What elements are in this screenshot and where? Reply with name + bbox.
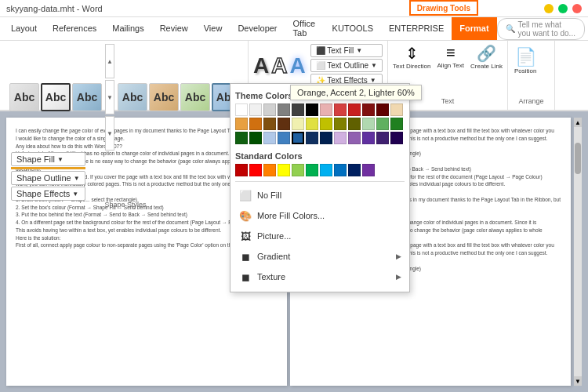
maximize-button[interactable] <box>558 4 568 13</box>
text-btn-row: ⇕ Text Direction ≡ Align Text 🔗 Create L… <box>393 44 503 70</box>
close-button[interactable] <box>572 4 582 13</box>
shape-scroll-up[interactable]: ▲ <box>105 44 114 78</box>
shape-style-buttons: Abc Abc Abc ▲ ▼ ▼ Abc Abc Abc Abc <box>9 44 241 151</box>
create-link-btn[interactable]: 🔗 Create Link <box>470 44 503 70</box>
text-outline-button[interactable]: ⬜ Text Outline ▼ <box>310 59 383 72</box>
shape-style-1[interactable]: Abc <box>9 83 39 111</box>
theme-color-swatch[interactable] <box>292 103 304 116</box>
standard-color-swatch[interactable] <box>235 164 248 176</box>
theme-color-swatch[interactable] <box>390 132 403 144</box>
standard-color-swatch[interactable] <box>263 164 276 176</box>
theme-color-swatch[interactable] <box>278 103 290 116</box>
dropdown-item-picture[interactable]: 🖼Picture... <box>235 226 405 246</box>
theme-color-swatch[interactable] <box>376 118 389 130</box>
shape-style-5[interactable]: Abc <box>149 83 179 111</box>
theme-color-swatch[interactable] <box>263 103 276 116</box>
dropdown-item-texture[interactable]: ◼Texture▶ <box>235 267 405 287</box>
text-fill-button[interactable]: ⬛ Text Fill ▼ <box>310 44 383 57</box>
theme-color-swatch[interactable] <box>348 132 361 144</box>
align-text-label: Align Text <box>437 62 465 69</box>
standard-color-swatch[interactable] <box>249 164 262 176</box>
tab-officetab[interactable]: Office Tab <box>285 17 325 40</box>
shape-expand[interactable]: ▼ <box>105 116 114 151</box>
shape-outline-arrow: ▼ <box>74 175 80 182</box>
dropdown-items: ⬜No Fill🎨More Fill Colors...🖼Picture...◼… <box>235 185 405 287</box>
shape-fill-button[interactable]: Shape Fill ▼ <box>11 152 85 166</box>
theme-color-swatch[interactable] <box>376 103 389 116</box>
text-direction-btn[interactable]: ⇕ Text Direction <box>393 44 430 70</box>
standard-color-swatch[interactable] <box>292 164 304 176</box>
wordart-a-glow[interactable]: A <box>289 53 305 78</box>
theme-color-swatch[interactable] <box>334 118 347 130</box>
shape-style-3[interactable]: Abc <box>72 83 102 111</box>
align-text-btn[interactable]: ≡ Align Text <box>437 44 465 70</box>
tell-me-input[interactable]: Tell me what you want to do... <box>518 20 576 38</box>
tab-view[interactable]: View <box>196 17 230 40</box>
theme-color-swatch[interactable] <box>334 132 347 144</box>
theme-color-swatch[interactable] <box>306 103 318 116</box>
tab-layout[interactable]: Layout <box>3 17 45 40</box>
window-title: skyyang-data.mht - Word <box>6 4 103 13</box>
theme-color-swatch[interactable] <box>249 103 262 116</box>
theme-color-swatch[interactable] <box>235 118 248 130</box>
theme-color-swatch[interactable] <box>362 132 375 144</box>
theme-color-swatch[interactable] <box>306 118 318 130</box>
wordart-a-shadow[interactable]: A <box>253 53 269 78</box>
shape-effects-button[interactable]: Shape Effects ▼ <box>11 187 85 201</box>
standard-color-swatch[interactable] <box>348 164 361 176</box>
more-fill-icon: 🎨 <box>238 209 252 223</box>
scrollbar[interactable]: ▲ ▼ <box>574 118 582 386</box>
theme-color-swatch[interactable] <box>235 103 248 116</box>
standard-color-swatch[interactable] <box>306 164 318 176</box>
theme-color-swatch[interactable] <box>263 132 276 144</box>
position-btn[interactable]: 📄 Position <box>514 47 536 74</box>
standard-color-swatch[interactable] <box>320 164 332 176</box>
theme-color-swatch[interactable] <box>390 118 403 130</box>
tab-references[interactable]: References <box>45 17 104 40</box>
theme-color-swatch[interactable] <box>320 118 332 130</box>
theme-color-swatch[interactable] <box>320 132 332 144</box>
theme-color-swatch[interactable] <box>249 132 262 144</box>
tab-developer[interactable]: Developer <box>230 17 285 40</box>
tab-enterprise[interactable]: ENTERPRISE <box>381 17 452 40</box>
tab-kutools[interactable]: KUTOOLS <box>325 17 381 40</box>
theme-color-swatch[interactable] <box>390 103 403 116</box>
dropdown-item-gradient[interactable]: ◼Gradient▶ <box>235 246 405 267</box>
scrollbar-thumb[interactable] <box>575 143 581 174</box>
shape-style-6[interactable]: Abc <box>180 83 210 111</box>
dropdown-item-more-fill[interactable]: 🎨More Fill Colors... <box>235 205 405 226</box>
texture-label: Texture <box>257 272 285 281</box>
theme-color-swatch[interactable] <box>362 118 375 130</box>
shape-style-4[interactable]: Abc <box>118 83 147 111</box>
tab-format[interactable]: Format <box>452 17 496 40</box>
theme-color-swatch[interactable] <box>306 132 318 144</box>
standard-color-swatch[interactable] <box>362 164 375 176</box>
theme-color-swatch[interactable] <box>348 118 361 130</box>
tab-mailings[interactable]: Mailings <box>104 17 151 40</box>
theme-color-swatch[interactable] <box>292 118 304 130</box>
shape-styles-group: Abc Abc Abc ▲ ▼ ▼ Abc Abc Abc Abc Shape … <box>3 41 249 110</box>
theme-color-swatch[interactable] <box>348 103 361 116</box>
shape-outline-button[interactable]: Shape Outline ▼ <box>11 171 85 185</box>
dropdown-item-no-fill[interactable]: ⬜No Fill <box>235 185 405 205</box>
theme-color-swatch[interactable] <box>278 118 290 130</box>
drawing-tools-banner: Drawing Tools <box>409 0 478 16</box>
standard-colors-title: Standard Colors <box>235 149 405 164</box>
standard-color-swatch[interactable] <box>278 164 290 176</box>
theme-color-swatch[interactable] <box>263 118 276 130</box>
tab-review[interactable]: Review <box>152 17 196 40</box>
theme-color-swatch[interactable] <box>362 103 375 116</box>
theme-color-swatch[interactable] <box>376 132 389 144</box>
theme-color-swatch[interactable] <box>249 118 262 130</box>
theme-color-swatch[interactable] <box>235 132 248 144</box>
theme-color-swatch[interactable] <box>292 132 304 144</box>
minimize-button[interactable] <box>544 4 554 13</box>
theme-color-swatch[interactable] <box>334 103 347 116</box>
wordart-a-outline[interactable]: A <box>271 53 287 78</box>
standard-color-swatch[interactable] <box>334 164 347 176</box>
theme-color-swatch[interactable] <box>320 103 332 116</box>
shape-style-2[interactable]: Abc <box>41 83 71 111</box>
theme-color-swatch[interactable] <box>278 132 290 144</box>
theme-colors-grid <box>235 103 405 144</box>
shape-scroll-down[interactable]: ▼ <box>105 80 114 114</box>
